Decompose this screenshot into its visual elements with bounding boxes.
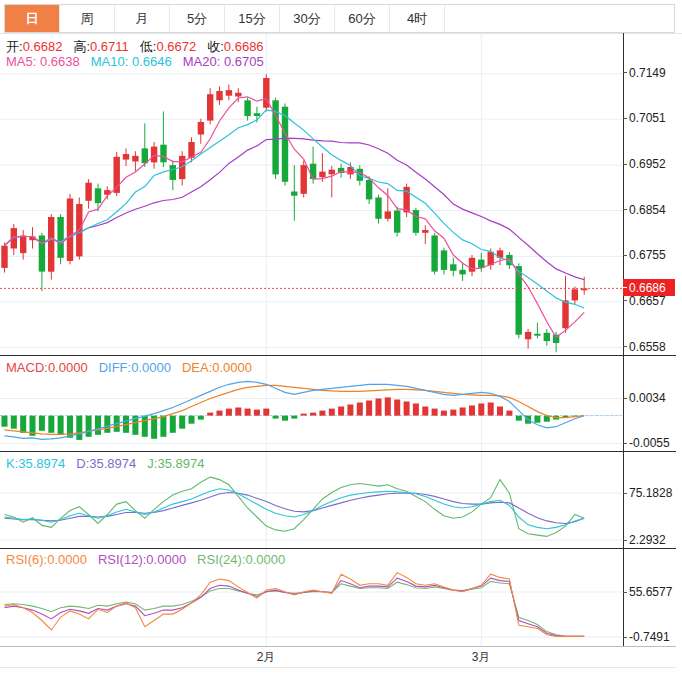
- y-tick-0.7051: 0.7051: [623, 111, 666, 125]
- tab-月[interactable]: 月: [115, 5, 170, 32]
- legend-item-MACD: MACD:0.0000: [6, 360, 88, 375]
- y-tick-55.6577: 55.6577: [623, 585, 672, 599]
- y-tick-0.7149: 0.7149: [623, 66, 666, 80]
- timeframe-tabbar: 日周月5分15分30分60分4时: [4, 4, 675, 33]
- y-tick-75.1828: 75.1828: [623, 486, 672, 500]
- current-price-value: 0.6686: [629, 281, 666, 295]
- y-tick--0.0055: -0.0055: [623, 436, 670, 450]
- legend-item-D: D:35.8974: [76, 456, 136, 471]
- tab-15分[interactable]: 15分: [225, 5, 280, 32]
- x-axis-line: [0, 646, 676, 647]
- x-axis-label-3月: 3月: [472, 649, 491, 666]
- macd-legend: MACD:0.0000DIFF:0.0000DEA:0.0000: [6, 360, 263, 375]
- panel-divider: [0, 451, 676, 452]
- legend-item-MA10: MA10: 0.6646: [91, 54, 172, 69]
- legend-item-J: J:35.8974: [147, 456, 204, 471]
- current-price-badge: 0.6686: [623, 279, 675, 296]
- rsi-legend: RSI(6):0.0000RSI(12):0.0000RSI(24):0.000…: [6, 552, 296, 567]
- tab-日[interactable]: 日: [5, 5, 60, 32]
- legend-item-RSI12: RSI(12):0.0000: [98, 552, 186, 567]
- y-tick-2.2932: 2.2932: [623, 533, 666, 547]
- tab-周[interactable]: 周: [60, 5, 115, 32]
- main-chart-panel: [0, 33, 682, 356]
- bottom-divider: [0, 667, 676, 668]
- panel-divider: [0, 355, 676, 356]
- legend-item-开: 开:0.6682: [6, 39, 62, 54]
- legend-item-K: K:35.8974: [6, 456, 65, 471]
- legend-item-低: 低:0.6672: [140, 39, 196, 54]
- y-tick-0.6558: 0.6558: [623, 340, 666, 354]
- y-tick-0.0034: 0.0034: [623, 391, 666, 405]
- legend-item-高: 高:0.6711: [73, 39, 128, 54]
- kdj-legend: K:35.8974D:35.8974J:35.8974: [6, 456, 215, 471]
- tab-4时[interactable]: 4时: [390, 5, 445, 32]
- legend-item-DIFF: DIFF:0.0000: [99, 360, 171, 375]
- tab-5分[interactable]: 5分: [170, 5, 225, 32]
- legend-item-RSI24: RSI(24):0.0000: [197, 552, 285, 567]
- tab-30分[interactable]: 30分: [280, 5, 335, 32]
- legend-item-DEA: DEA:0.0000: [182, 360, 252, 375]
- y-tick--0.7491: -0.7491: [623, 630, 670, 644]
- legend-item-MA20: MA20: 0.6705: [183, 54, 264, 69]
- ma-legend: MA5: 0.6638MA10: 0.6646MA20: 0.6705: [6, 54, 275, 69]
- y-tick-0.6755: 0.6755: [623, 248, 666, 262]
- candlestick-plot[interactable]: [0, 34, 623, 356]
- x-axis-label-2月: 2月: [257, 649, 276, 666]
- kline-chart-app: 日周月5分15分30分60分4时 开:0.6682高:0.6711低:0.667…: [0, 0, 682, 678]
- legend-item-收: 收:0.6686: [207, 39, 263, 54]
- y-tick-0.6854: 0.6854: [623, 203, 666, 217]
- legend-item-RSI6: RSI(6):0.0000: [6, 552, 87, 567]
- legend-item-MA5: MA5: 0.6638: [6, 54, 80, 69]
- tab-60分[interactable]: 60分: [335, 5, 390, 32]
- panel-divider: [0, 548, 676, 549]
- y-tick-0.6952: 0.6952: [623, 157, 666, 171]
